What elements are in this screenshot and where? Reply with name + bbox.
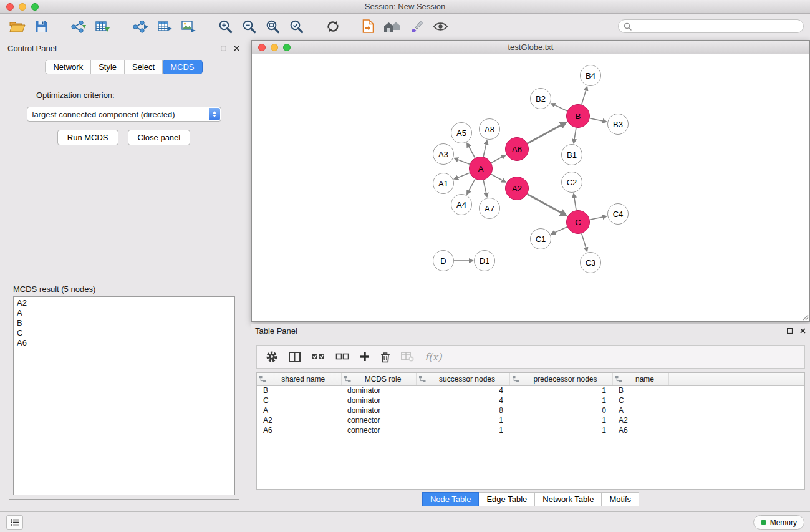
graph-node-A5[interactable]: A5 — [451, 122, 472, 143]
graph-node-A2[interactable]: A2 — [505, 177, 529, 200]
import-network-from-file-button[interactable] — [67, 18, 89, 35]
table-row-C[interactable]: Cdominator41C — [257, 395, 804, 405]
table-cell: 1 — [509, 425, 612, 435]
show-columns-icon — [289, 352, 301, 362]
delete-table-button[interactable] — [401, 352, 414, 362]
graph-node-A7[interactable]: A7 — [479, 198, 500, 219]
tab-select[interactable]: Select — [125, 60, 163, 74]
float-control-panel-button[interactable] — [220, 45, 227, 52]
network-window-titlebar[interactable]: testGlobe.txt — [252, 41, 809, 54]
maximize-network-window-button[interactable] — [283, 44, 291, 51]
graph-node-A1[interactable]: A1 — [433, 173, 454, 194]
column-header-predecessor-nodes[interactable]: predecessor nodes — [509, 373, 612, 385]
import-table-from-file-button[interactable] — [92, 18, 113, 35]
resize-grip[interactable] — [801, 313, 809, 321]
mcds-result-item[interactable]: A2 — [17, 298, 231, 308]
close-network-window-button[interactable] — [258, 44, 266, 51]
tab-style[interactable]: Style — [91, 60, 125, 74]
export-table-button[interactable] — [155, 18, 175, 35]
add-column-button[interactable] — [360, 352, 370, 362]
deselect-all-rows-button[interactable] — [335, 353, 349, 360]
open-session-button[interactable] — [6, 18, 29, 35]
zoom-selected-button[interactable] — [286, 17, 307, 36]
graph-node-C2[interactable]: C2 — [561, 172, 582, 193]
table-settings-button[interactable] — [266, 351, 278, 363]
graph-node-B4[interactable]: B4 — [580, 65, 601, 86]
graph-node-D1[interactable]: D1 — [474, 250, 495, 271]
graph-node-A6[interactable]: A6 — [505, 137, 529, 161]
tab-node-table[interactable]: Node Table — [422, 492, 480, 506]
optimization-criterion-dropdown[interactable]: largest connected component (directed) — [27, 107, 221, 122]
float-table-panel-button[interactable] — [786, 327, 793, 334]
graph-node-C3[interactable]: C3 — [580, 252, 601, 273]
mcds-result-item[interactable]: A6 — [17, 338, 231, 348]
graph-node-C1[interactable]: C1 — [530, 228, 551, 249]
dropdown-stepper[interactable] — [209, 108, 220, 120]
close-control-panel-button[interactable] — [233, 45, 240, 52]
mcds-result-item[interactable]: A — [17, 308, 231, 318]
column-header-successor-nodes[interactable]: successor nodes — [416, 373, 509, 385]
show-columns-button[interactable] — [289, 352, 301, 362]
table-header-row: shared nameMCDS rolesuccessor nodesprede… — [257, 373, 804, 385]
minimize-network-window-button[interactable] — [271, 44, 278, 51]
close-panel-button[interactable]: Close panel — [128, 130, 191, 145]
memory-button[interactable]: Memory — [753, 515, 804, 530]
network-view-window: testGlobe.txt B4B2BB3A5A8A6B1A3AC2A1A2A4… — [251, 40, 810, 322]
tab-edge-table[interactable]: Edge Table — [479, 492, 535, 506]
close-window-button[interactable] — [6, 3, 14, 11]
search-input[interactable] — [635, 22, 798, 31]
tab-network[interactable]: Network — [45, 60, 91, 74]
optimization-criterion-label: Optimization criterion: — [36, 90, 244, 100]
zoom-out-button[interactable] — [239, 17, 259, 36]
graph-node-A3[interactable]: A3 — [433, 143, 454, 165]
zoom-in-button[interactable] — [215, 17, 236, 36]
search-field[interactable] — [618, 19, 804, 33]
import-file-button[interactable] — [359, 17, 377, 35]
save-session-button[interactable] — [32, 18, 51, 35]
main-titlebar[interactable]: Session: New Session — [0, 0, 810, 14]
tab-network-table[interactable]: Network Table — [535, 492, 602, 506]
graph-node-B3[interactable]: B3 — [607, 114, 629, 135]
graph-node-D[interactable]: D — [433, 250, 454, 271]
select-all-rows-button[interactable] — [311, 353, 325, 360]
table-row-A[interactable]: Adominator80A — [257, 405, 804, 415]
delete-column-button[interactable] — [380, 351, 390, 363]
column-label: MCDS role — [365, 375, 402, 384]
show-graphics-details-button[interactable] — [430, 19, 451, 34]
mcds-result-item[interactable]: B — [17, 318, 231, 328]
graph-node-A[interactable]: A — [469, 157, 493, 180]
zoom-fit-button[interactable] — [263, 17, 283, 36]
table-row-A2[interactable]: A2connector11A2 — [257, 415, 804, 425]
table-row-A6[interactable]: A6connector11A6 — [257, 425, 804, 435]
export-image-button[interactable] — [178, 18, 199, 35]
column-header-MCDS-role[interactable]: MCDS role — [341, 373, 416, 385]
graph-node-A4[interactable]: A4 — [451, 194, 472, 215]
run-mcds-button[interactable]: Run MCDS — [57, 130, 118, 145]
graph-node-C[interactable]: C — [566, 210, 590, 234]
export-network-button[interactable] — [129, 18, 152, 35]
maximize-window-button[interactable] — [31, 3, 39, 11]
mcds-result-item[interactable]: C — [17, 328, 231, 338]
column-header-name[interactable]: name — [612, 373, 668, 385]
tab-motifs[interactable]: Motifs — [602, 492, 639, 506]
tab-mcds[interactable]: MCDS — [163, 60, 202, 74]
graph-node-B[interactable]: B — [566, 104, 590, 128]
apply-style-button[interactable] — [407, 17, 427, 35]
refresh-view-button[interactable] — [323, 18, 343, 35]
graph-node-B1[interactable]: B1 — [561, 144, 582, 165]
column-header-shared-name[interactable]: shared name — [257, 373, 341, 385]
mcds-result-list[interactable]: A2ABCA6 — [13, 296, 235, 495]
table-cell: dominator — [341, 395, 416, 405]
close-table-panel-button[interactable] — [799, 327, 806, 334]
minimize-window-button[interactable] — [19, 3, 26, 11]
task-history-button[interactable] — [6, 515, 23, 530]
network-home-button[interactable] — [380, 18, 403, 34]
table-panel-title: Table Panel — [255, 326, 297, 336]
graph-node-B2[interactable]: B2 — [530, 88, 551, 109]
dropdown-value: largest connected component (directed) — [32, 110, 175, 119]
table-row-B[interactable]: Bdominator41B — [257, 385, 804, 395]
graph-node-C4[interactable]: C4 — [607, 203, 629, 225]
function-builder-button[interactable]: f(x) — [425, 351, 441, 363]
graph-node-A8[interactable]: A8 — [479, 118, 500, 140]
network-canvas[interactable]: B4B2BB3A5A8A6B1A3AC2A1A2A4A7C4CC1C3DD1 — [252, 55, 809, 321]
